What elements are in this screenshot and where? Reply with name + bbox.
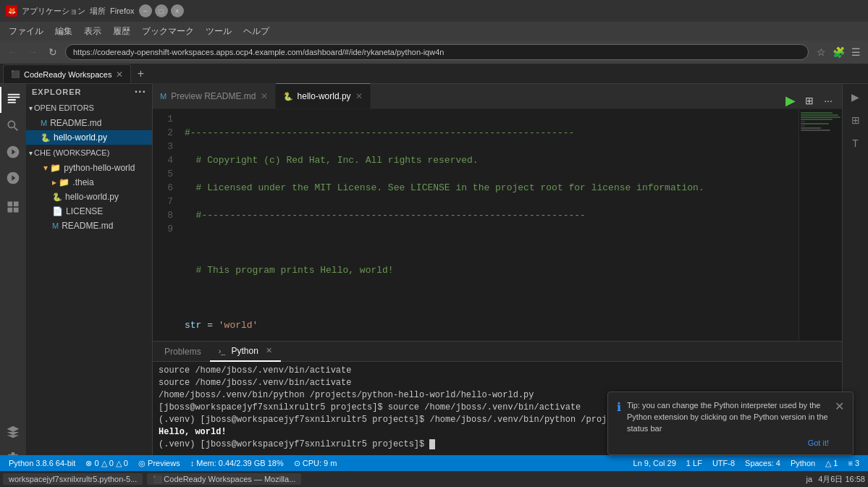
- chevron-open-editors: ▾: [29, 104, 33, 112]
- sidebar-item-readme-md[interactable]: M README.md: [26, 219, 152, 233]
- editor-tabs: M Preview README.md ✕ 🐍 hello-world.py ✕…: [153, 84, 842, 109]
- panel-tab-close[interactable]: ✕: [266, 346, 272, 355]
- sidebar-item-python-hello[interactable]: ▾ 📁 python-hello-world: [26, 161, 152, 175]
- status-python-ver[interactable]: Python: [788, 459, 818, 467]
- section-workspace: ▾ CHE (WORKSPACE) ▾ 📁 python-hello-world…: [26, 145, 152, 233]
- code-line-1: #---------------------------------------…: [185, 126, 799, 140]
- activity-debug[interactable]: [0, 165, 26, 191]
- browser-tab-codeready[interactable]: ⬛ CodeReady Workspaces ✕: [3, 64, 131, 83]
- status-errors[interactable]: ⊗ 0 △ 0 △ 0: [83, 459, 131, 468]
- term-line-1: source /home/jboss/.venv/bin/activate: [159, 365, 836, 377]
- activity-extensions[interactable]: [0, 194, 26, 220]
- split-editor-button[interactable]: ⊞: [801, 93, 817, 109]
- code-editor[interactable]: 1 2 3 4 5 6 7 8 9 #---------------------…: [153, 109, 842, 341]
- right-layout-icon[interactable]: T: [846, 133, 866, 153]
- tab-close-codeready[interactable]: ✕: [116, 69, 123, 80]
- close-button[interactable]: ×: [171, 4, 184, 17]
- status-previews[interactable]: ◎ Previews: [135, 459, 183, 468]
- activity-explorer[interactable]: [0, 87, 26, 113]
- section-header-workspace[interactable]: ▾ CHE (WORKSPACE): [26, 145, 152, 161]
- panel-tab-python[interactable]: ›_ Python ✕: [210, 342, 281, 362]
- folder-icon-theia: ▸ 📁: [52, 177, 69, 187]
- menu-tools[interactable]: ツール: [200, 24, 237, 39]
- file-icon-license: 📄: [52, 206, 63, 216]
- menu-edit[interactable]: 編集: [49, 24, 78, 39]
- nav-back-button[interactable]: ←: [4, 44, 20, 60]
- sidebar-item-license[interactable]: 📄 LICENSE: [26, 204, 152, 219]
- activity-search[interactable]: [0, 113, 26, 139]
- status-lf[interactable]: 1 LF: [683, 459, 705, 467]
- taskbar-codeready[interactable]: ⬛ CodeReady Workspaces — Mozilla...: [147, 473, 301, 485]
- tip-close-button[interactable]: ✕: [835, 399, 844, 413]
- sidebar-item-theia[interactable]: ▸ 📁 .theia: [26, 175, 152, 190]
- term-line-2: source /home/jboss/.venv/bin/activate: [159, 377, 836, 389]
- taskbar-right: ja 4月6日 16:58: [806, 474, 865, 485]
- tab-close-hello[interactable]: ✕: [355, 91, 363, 101]
- menu-help[interactable]: ヘルプ: [237, 24, 275, 39]
- activity-git[interactable]: [0, 139, 26, 165]
- line-numbers: 1 2 3 4 5 6 7 8 9: [153, 109, 179, 341]
- menu-file[interactable]: ファイル: [3, 24, 49, 39]
- titlebar-browser: Firefox: [110, 7, 135, 15]
- chevron-workspace: ▾: [29, 149, 33, 157]
- code-content[interactable]: #---------------------------------------…: [179, 109, 799, 341]
- tab-close-readme[interactable]: ✕: [261, 91, 268, 101]
- sidebar-item-hello-world[interactable]: 🐍 hello-world.py: [26, 130, 152, 145]
- menu-bookmark[interactable]: ブックマーク: [136, 24, 200, 39]
- file-label-license: LICENSE: [66, 206, 103, 216]
- nav-forward-button[interactable]: →: [25, 44, 41, 60]
- taskbar-workspace[interactable]: workspacejyf7sxnilxrultr5.python-5...: [3, 473, 143, 485]
- sidebar-title: EXPLORER: [32, 88, 82, 96]
- titlebar-app: アプリケーション: [22, 6, 85, 17]
- panel-tab-python-label: Python: [231, 346, 258, 356]
- sidebar-header: EXPLORER ···: [26, 84, 152, 100]
- sidebar-item-hello-py[interactable]: 🐍 hello-world.py: [26, 190, 152, 204]
- right-box-icon[interactable]: ⊞: [846, 110, 866, 130]
- status-spaces[interactable]: Spaces: 4: [742, 459, 783, 467]
- url-input[interactable]: https://codeready-openshift-workspaces.a…: [65, 44, 809, 60]
- minimize-button[interactable]: −: [139, 4, 152, 17]
- tab-label-codeready: CodeReady Workspaces: [24, 70, 111, 79]
- code-line-7: [185, 291, 799, 305]
- sidebar-item-readme[interactable]: M README.md: [26, 116, 152, 130]
- editor-tab-readme[interactable]: M Preview README.md ✕: [153, 83, 276, 109]
- status-cpu[interactable]: ⊙ CPU: 9 m: [291, 459, 340, 468]
- browser-menu-icon[interactable]: ☰: [848, 44, 864, 60]
- tab-label-hello: hello-world.py: [298, 91, 351, 101]
- right-run-icon[interactable]: ▶: [846, 87, 866, 107]
- code-line-8: str = 'world': [185, 318, 799, 332]
- status-python[interactable]: Python 3.8.6 64-bit: [6, 459, 78, 467]
- code-line-5: [185, 236, 799, 250]
- code-line-2: # Copyright (c) Red Hat, Inc. All rights…: [185, 153, 799, 167]
- menu-view[interactable]: 表示: [78, 24, 107, 39]
- maximize-button[interactable]: □: [155, 4, 168, 17]
- status-notif1[interactable]: △ 1: [822, 459, 840, 468]
- run-button[interactable]: ▶: [783, 93, 799, 109]
- section-header-open-editors[interactable]: ▾ OPEN EDITORS: [26, 100, 152, 116]
- svg-rect-0: [8, 202, 13, 207]
- extension-icon[interactable]: 🧩: [830, 44, 846, 60]
- menu-history[interactable]: 履歴: [107, 24, 136, 39]
- bookmark-icon[interactable]: ☆: [813, 44, 829, 60]
- sidebar-more-button[interactable]: ···: [135, 85, 146, 98]
- status-encoding[interactable]: UTF-8: [709, 459, 738, 467]
- nav-reload-button[interactable]: ↻: [45, 44, 61, 60]
- code-line-3: # Licensed under the MIT License. See LI…: [185, 181, 799, 195]
- activity-plugin[interactable]: [0, 419, 26, 445]
- new-tab-button[interactable]: +: [131, 64, 150, 83]
- tab-icon-readme: M: [160, 92, 167, 101]
- section-label-workspace: CHE (WORKSPACE): [34, 148, 109, 157]
- editor-tab-hello[interactable]: 🐍 hello-world.py ✕: [276, 83, 371, 109]
- browser-tabs-row: ⬛ CodeReady Workspaces ✕ +: [0, 64, 868, 84]
- title-bar: 🦊 アプリケーション 場所 Firefox − □ ×: [0, 0, 868, 22]
- status-notif2[interactable]: ≡ 3: [845, 459, 862, 467]
- more-actions-button[interactable]: ···: [820, 93, 836, 109]
- taskbar-lang[interactable]: ja: [806, 475, 813, 483]
- status-mem[interactable]: ↕ Mem: 0.44/2.39 GB 18%: [187, 459, 287, 467]
- status-ln-col[interactable]: Ln 9, Col 29: [631, 459, 679, 467]
- taskbar: workspacejyf7sxnilxrultr5.python-5... ⬛ …: [0, 471, 868, 487]
- panel-tab-problems[interactable]: Problems: [156, 342, 210, 362]
- got-it-button[interactable]: Got it!: [627, 439, 829, 447]
- file-icon-hello-py: 🐍: [52, 192, 62, 202]
- section-open-editors: ▾ OPEN EDITORS M README.md 🐍 hello-world…: [26, 100, 152, 145]
